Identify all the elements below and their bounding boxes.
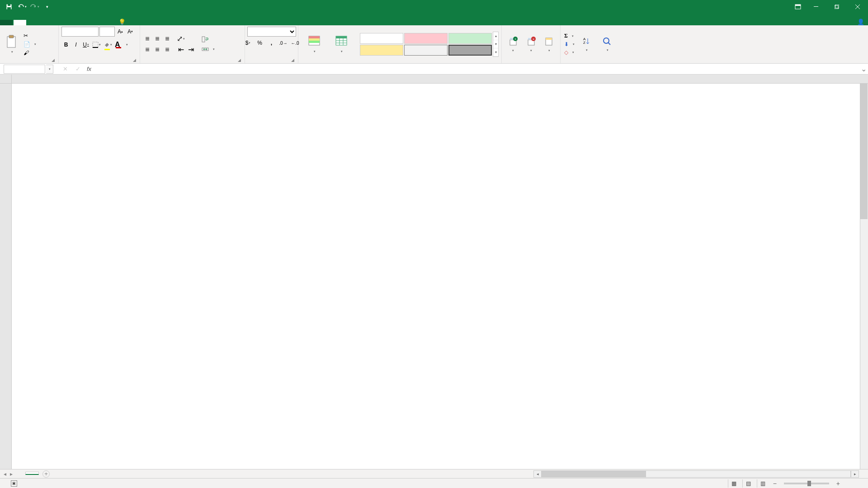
align-middle-icon[interactable]: ≡ — [153, 34, 162, 43]
maximize-icon[interactable] — [826, 0, 847, 13]
italic-button[interactable]: I — [71, 40, 80, 49]
fx-icon[interactable]: fx — [84, 66, 94, 72]
style-normal[interactable] — [360, 33, 403, 44]
format-painter-button[interactable]: 🖌 — [22, 49, 38, 56]
number-format-select[interactable] — [247, 27, 296, 37]
select-all-button[interactable] — [0, 75, 12, 83]
clipboard-launcher-icon[interactable]: ◢ — [52, 58, 55, 62]
sheet-nav-next-icon[interactable]: ▸ — [10, 471, 13, 477]
style-bad[interactable] — [404, 33, 448, 44]
zoom-slider[interactable] — [784, 483, 829, 484]
fill-button[interactable]: ⬇▾ — [563, 41, 576, 48]
vertical-scroll-thumb[interactable] — [860, 84, 868, 219]
style-check-cell[interactable] — [448, 45, 492, 56]
name-box[interactable] — [4, 65, 45, 74]
tab-review[interactable] — [77, 20, 90, 25]
align-center-icon[interactable]: ≡ — [153, 45, 162, 54]
formula-input[interactable] — [94, 65, 859, 74]
hscroll-track[interactable] — [542, 470, 851, 478]
cut-button[interactable]: ✂ — [22, 32, 38, 39]
tab-team[interactable] — [102, 20, 115, 25]
font-name-select[interactable] — [61, 27, 99, 37]
conditional-formatting-button[interactable]: ▾ — [301, 35, 327, 53]
decrease-font-icon[interactable]: A▾ — [126, 27, 135, 36]
merge-center-button[interactable]: ▾ — [200, 45, 217, 53]
tab-formulas[interactable] — [52, 20, 64, 25]
accounting-format-icon[interactable]: $▾ — [244, 38, 253, 47]
tell-me-search[interactable]: 💡 — [115, 19, 132, 25]
formula-bar-expand-icon[interactable]: ⌄ — [859, 65, 868, 73]
percent-format-icon[interactable]: % — [255, 38, 264, 47]
delete-cells-button[interactable]: ×▾ — [523, 36, 540, 52]
tab-view[interactable] — [90, 20, 102, 25]
undo-icon[interactable]: ▾ — [16, 1, 27, 12]
name-box-dropdown-icon[interactable]: ▾ — [46, 65, 53, 74]
comma-format-icon[interactable]: , — [267, 38, 276, 47]
insert-cells-button[interactable]: +▾ — [505, 36, 522, 52]
paste-button[interactable]: ▾ — [3, 35, 21, 54]
font-launcher-icon[interactable]: ◢ — [133, 58, 136, 62]
tab-page-layout[interactable] — [39, 20, 52, 25]
tab-insert[interactable] — [26, 20, 39, 25]
hscroll-thumb[interactable] — [542, 471, 646, 477]
zoom-out-icon[interactable]: − — [771, 480, 778, 487]
enter-formula-icon[interactable]: ✓ — [71, 65, 84, 74]
font-size-select[interactable] — [99, 27, 115, 37]
increase-indent-icon[interactable]: ⇥ — [186, 45, 195, 54]
format-cells-button[interactable]: ▾ — [540, 36, 557, 52]
macro-record-icon[interactable]: ▣ — [11, 480, 17, 487]
styles-gallery-more-icon[interactable]: ▴▾▾ — [493, 32, 499, 57]
increase-decimal-icon[interactable]: .0→ — [279, 38, 288, 47]
title-bar: ▾ ▾ ▾ — [0, 0, 868, 13]
vertical-scrollbar[interactable] — [860, 84, 868, 469]
hscroll-right-icon[interactable]: ▸ — [851, 470, 859, 478]
underline-button[interactable]: U▾ — [81, 40, 90, 49]
cell-styles-gallery[interactable] — [360, 33, 492, 56]
hscroll-left-icon[interactable]: ◂ — [533, 470, 542, 478]
page-layout-view-icon[interactable]: ▤ — [742, 479, 754, 488]
format-as-table-button[interactable]: ▾ — [328, 35, 354, 53]
page-break-view-icon[interactable]: ▥ — [757, 479, 769, 488]
wrap-text-button[interactable] — [200, 35, 217, 43]
sheet-tab-ledger[interactable] — [25, 472, 39, 475]
save-icon[interactable] — [4, 1, 14, 12]
zoom-in-icon[interactable]: + — [835, 480, 842, 487]
align-top-icon[interactable]: ≡ — [143, 34, 152, 43]
cancel-formula-icon[interactable]: ✕ — [59, 65, 71, 74]
tab-file[interactable] — [0, 20, 13, 25]
cells-area[interactable] — [12, 84, 868, 469]
share-button[interactable]: 👤 — [857, 19, 864, 25]
style-neutral[interactable] — [360, 45, 403, 56]
align-left-icon[interactable]: ≡ — [143, 45, 152, 54]
sort-filter-button[interactable]: AZ▾ — [576, 37, 596, 52]
style-calculation[interactable] — [404, 45, 448, 56]
clear-button[interactable]: ◇▾ — [563, 49, 576, 56]
close-icon[interactable] — [847, 0, 868, 13]
ribbon-display-options-icon[interactable] — [791, 0, 805, 13]
border-button[interactable]: ▾ — [91, 42, 102, 48]
copy-button[interactable]: 📄▾ — [22, 41, 38, 48]
zoom-slider-thumb[interactable] — [807, 481, 811, 486]
tab-home[interactable] — [14, 20, 26, 25]
find-select-button[interactable]: ▾ — [597, 37, 617, 52]
align-right-icon[interactable]: ≡ — [163, 45, 172, 54]
qat-customize-icon[interactable]: ▾ — [42, 1, 52, 12]
horizontal-scrollbar[interactable]: ◂ ▸ — [533, 470, 859, 478]
number-launcher-icon[interactable]: ◢ — [291, 58, 294, 62]
tab-data[interactable] — [64, 20, 77, 25]
alignment-launcher-icon[interactable]: ◢ — [238, 58, 241, 62]
sheet-nav-prev-icon[interactable]: ◂ — [4, 471, 6, 477]
redo-icon[interactable]: ▾ — [29, 1, 40, 12]
normal-view-icon[interactable]: ▦ — [728, 479, 740, 488]
orientation-icon[interactable]: ⤢▾ — [176, 34, 185, 43]
decrease-indent-icon[interactable]: ⇤ — [176, 45, 185, 54]
autosum-button[interactable]: Σ▾ — [563, 32, 576, 40]
fill-color-button[interactable]: ▾ — [103, 42, 113, 48]
increase-font-icon[interactable]: A▴ — [116, 27, 125, 36]
minimize-icon[interactable] — [806, 0, 826, 13]
style-good[interactable] — [448, 33, 492, 44]
font-color-button[interactable]: A▾ — [114, 41, 129, 49]
new-sheet-button[interactable]: + — [42, 470, 50, 478]
bold-button[interactable]: B — [61, 40, 71, 49]
align-bottom-icon[interactable]: ≡ — [163, 34, 172, 43]
